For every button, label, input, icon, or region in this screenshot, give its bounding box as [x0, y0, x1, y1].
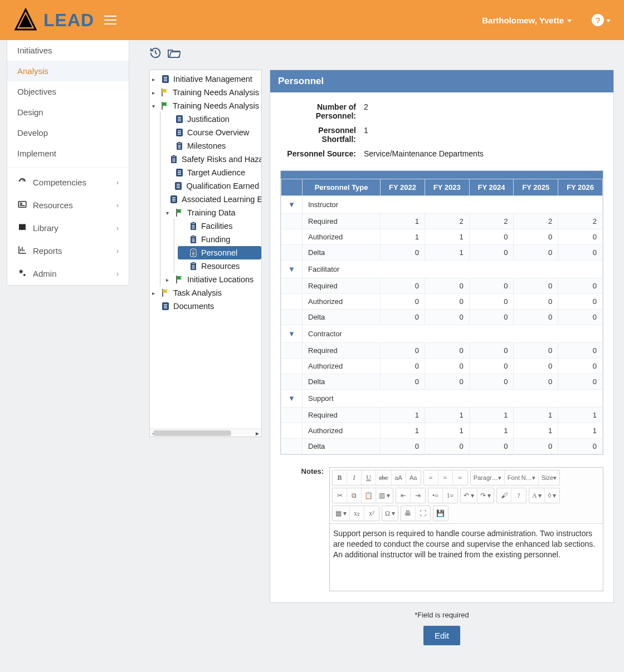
numbering-button[interactable]: 1≡	[443, 488, 457, 503]
case-button[interactable]: aA	[392, 470, 406, 485]
notes-textarea[interactable]: Support person is required to handle cou…	[330, 524, 603, 591]
clear-format-button[interactable]: 🖌	[497, 488, 511, 503]
paragraph-select[interactable]: Paragr… ▾	[471, 470, 505, 485]
strike-button[interactable]: abc	[376, 470, 392, 485]
symbol-button[interactable]: Ω ▾	[382, 506, 398, 521]
grid-data-row: Authorized11000	[281, 229, 603, 245]
doc-icon	[174, 168, 184, 178]
folder-icon[interactable]	[167, 47, 181, 61]
svg-rect-28	[173, 155, 176, 157]
history-icon[interactable]	[149, 47, 162, 61]
tree-node[interactable]: Resources	[178, 259, 261, 273]
sidebar-item-objectives[interactable]: Objectives	[7, 81, 129, 102]
align-left-button[interactable]: ≡	[424, 470, 438, 485]
svg-rect-56	[192, 249, 195, 251]
sidebar-item-implement[interactable]: Implement	[7, 143, 129, 164]
tree-node[interactable]: Justification	[164, 112, 261, 126]
sidebar-group-resources[interactable]: Resources›	[7, 194, 129, 217]
grid-group-row[interactable]: ▼Facilitator	[281, 261, 603, 278]
fontname-select[interactable]: Font N… ▾	[505, 470, 539, 485]
doc-icon	[160, 74, 170, 84]
fontsize-select[interactable]: Size▾	[539, 470, 559, 485]
bullets-button[interactable]: •≡	[428, 488, 443, 503]
sidebar-item-develop[interactable]: Develop	[7, 122, 129, 143]
menu-toggle[interactable]	[104, 13, 116, 27]
tree-node-label: Qualification Earned	[186, 182, 259, 190]
clip-icon	[188, 261, 198, 271]
tree-node-label: Milestones	[187, 141, 226, 150]
user-menu[interactable]: Bartholomew, Yvette	[482, 16, 572, 25]
edit-button[interactable]: Edit	[423, 626, 460, 645]
tree-node[interactable]: ▸Initiative Locations	[164, 273, 261, 286]
underline-button[interactable]: U	[362, 470, 376, 485]
tree-node[interactable]: Documents	[150, 300, 261, 313]
paste-button[interactable]: 📋	[362, 488, 376, 503]
fullscreen-button[interactable]: ⛶	[416, 506, 430, 521]
help-button[interactable]: ?	[511, 488, 526, 503]
superscript-button[interactable]: x²	[364, 506, 379, 521]
sidebar-group-admin[interactable]: Admin›	[7, 262, 129, 285]
tree-node-label: Task Analysis	[173, 288, 222, 297]
svg-point-7	[23, 274, 26, 276]
tree-node[interactable]: Associated Learning Events	[164, 193, 261, 206]
tree-node[interactable]: Course Overview	[164, 126, 261, 139]
cut-button[interactable]: ✂	[333, 488, 347, 503]
subscript-button[interactable]: x₂	[350, 506, 364, 521]
tree-node[interactable]: Facilities	[178, 219, 261, 233]
tree-node[interactable]: ▸Initiative Management	[150, 72, 261, 86]
help-menu[interactable]: ?	[592, 14, 611, 26]
italic-button[interactable]: I	[347, 470, 362, 485]
grid-data-row: Authorized00000	[281, 294, 603, 310]
align-right-button[interactable]: ≡	[453, 470, 467, 485]
tree-node[interactable]: ▸Training Needs Analysis	[150, 86, 261, 99]
clip-icon	[188, 221, 198, 231]
horizontal-scrollbar[interactable]: ◄ ►	[150, 429, 261, 436]
redo-button[interactable]: ↷ ▾	[477, 488, 494, 503]
tree-node-label: Initiative Management	[173, 75, 252, 84]
sidebar-item-design[interactable]: Design	[7, 102, 129, 122]
align-center-button[interactable]: ≡	[438, 470, 453, 485]
tree-node[interactable]: Personnel	[178, 246, 261, 259]
table-button[interactable]: ▦ ▾	[333, 506, 350, 521]
tree-node[interactable]: ▸Task Analysis	[150, 286, 261, 300]
sidebar-group-library[interactable]: Library›	[7, 217, 129, 239]
bg-color-button[interactable]: ◊ ▾	[545, 488, 559, 503]
grid-group-row[interactable]: ▼Support	[281, 390, 603, 408]
font-button[interactable]: Aa	[406, 470, 421, 485]
text-color-button[interactable]: A ▾	[529, 488, 545, 503]
sidebar-group-competencies[interactable]: Competencies›	[7, 171, 129, 194]
print-button[interactable]: 🖶	[401, 506, 416, 521]
tree-node-label: Training Data	[187, 208, 236, 217]
tree-node[interactable]: Funding	[178, 233, 261, 246]
tree-node[interactable]: Qualification Earned	[164, 179, 261, 193]
tree-node[interactable]: Milestones	[164, 139, 261, 153]
undo-button[interactable]: ↶ ▾	[461, 488, 477, 503]
outdent-button[interactable]: ⇤	[396, 488, 411, 503]
sidebar-item-analysis[interactable]: Analysis	[7, 61, 129, 81]
svg-rect-46	[192, 222, 195, 224]
required-field-note: *Field is required	[415, 611, 469, 619]
sidebar-item-initiatives[interactable]: Initiatives	[7, 40, 129, 61]
save-button[interactable]: 💾	[433, 506, 448, 521]
grid-data-row: Authorized00000	[281, 359, 603, 374]
indent-button[interactable]: ⇥	[411, 488, 425, 503]
clip-icon	[174, 141, 184, 151]
clip-icon	[169, 154, 179, 164]
rich-text-editor: B I U abc aA Aa ≡ ≡	[329, 467, 603, 591]
tree-node[interactable]: Safety Risks and Hazards	[164, 153, 261, 166]
paste-special-button[interactable]: ▥ ▾	[376, 488, 393, 503]
tree-node[interactable]: Target Audience	[164, 166, 261, 179]
tree-node-label: Facilities	[201, 222, 232, 230]
bold-button[interactable]: B	[333, 470, 347, 485]
company-logo	[13, 7, 38, 33]
doc-icon	[174, 127, 184, 138]
shortfall-value: 1	[364, 126, 368, 144]
personnel-panel: Personnel Number of Personnel: 2 Personn…	[270, 70, 614, 603]
tree-node[interactable]: ▾Training Data	[164, 206, 261, 219]
grid-group-row[interactable]: ▼Instructor	[281, 196, 603, 214]
sidebar-group-reports[interactable]: Reports›	[7, 239, 129, 262]
tree-node[interactable]: ▾Training Needs Analysis	[150, 99, 261, 112]
copy-button[interactable]: ⧉	[347, 488, 362, 503]
grid-data-row: Delta00000	[281, 310, 603, 325]
grid-group-row[interactable]: ▼Contractor	[281, 325, 603, 343]
